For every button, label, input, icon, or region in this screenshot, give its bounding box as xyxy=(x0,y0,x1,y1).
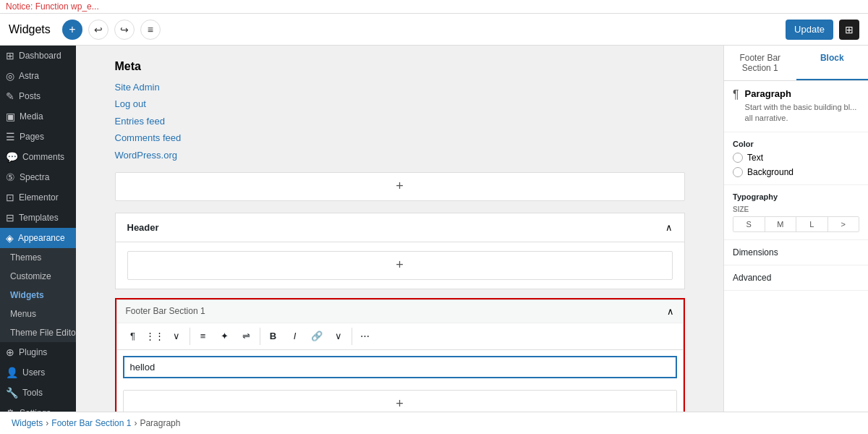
dimensions-label[interactable]: Dimensions xyxy=(733,247,859,258)
view-toggle-button[interactable]: ⊞ xyxy=(839,20,859,40)
size-btn-s[interactable]: S xyxy=(733,217,765,231)
add-block-header[interactable]: + xyxy=(127,251,673,280)
sidebar-item-label: Media xyxy=(20,111,43,122)
header-section-toggle[interactable]: Header ∧ xyxy=(116,213,684,242)
toolbar-divider-2 xyxy=(260,328,260,345)
size-btn-m[interactable]: M xyxy=(765,217,797,231)
sidebar-item-label: Themes xyxy=(10,252,41,263)
meta-links: Site Admin Log out Entries feed Comments… xyxy=(115,79,685,163)
breadcrumb-bar: Widgets › Footer Bar Section 1 › Paragra… xyxy=(0,412,868,434)
sidebar-item-label: Menus xyxy=(10,309,36,319)
block-type-info: ¶ Paragraph Start with the basic buildin… xyxy=(733,88,859,124)
users-icon: 👤 xyxy=(6,367,18,378)
size-label: SIZE xyxy=(733,205,859,213)
paragraph-text-input[interactable]: hellod xyxy=(123,356,677,378)
meta-link-wordpress-org[interactable]: WordPress.org xyxy=(115,147,685,163)
header-section-body: + xyxy=(116,242,684,289)
footer-bar-section-1-header[interactable]: Footer Bar Section 1 ∧ xyxy=(117,300,683,323)
tab-footer-bar-section-1[interactable]: Footer Bar Section 1 xyxy=(724,46,796,80)
meta-link-site-admin[interactable]: Site Admin xyxy=(115,79,685,95)
sidebar: ⊞ Dashboard ◎ Astra ✎ Posts ▣ Media ☰ Pa… xyxy=(0,46,76,412)
sidebar-item-menus[interactable]: Menus xyxy=(0,305,76,323)
toolbar-more-dropdown-btn[interactable]: ∨ xyxy=(328,326,349,346)
sidebar-item-settings[interactable]: ⚙ Settings xyxy=(0,403,76,412)
sidebar-item-label: Widgets xyxy=(10,290,44,300)
toolbar-options-btn[interactable]: ⋯ xyxy=(355,326,375,346)
top-bar: Widgets + ↩ ↪ ≡ Update ⊞ xyxy=(0,14,868,46)
breadcrumb-footer-bar-section-1[interactable]: Footer Bar Section 1 xyxy=(51,418,131,428)
sidebar-item-comments[interactable]: 💬 Comments xyxy=(0,147,76,167)
sidebar-item-media[interactable]: ▣ Media xyxy=(0,106,76,127)
toolbar-link-btn[interactable]: ⇌ xyxy=(237,326,257,346)
sidebar-item-customize[interactable]: Customize xyxy=(0,267,76,286)
sidebar-item-users[interactable]: 👤 Users xyxy=(0,362,76,383)
toolbar-italic-btn[interactable]: I xyxy=(285,326,305,346)
sidebar-item-label: Elementor xyxy=(19,192,59,203)
sidebar-item-label: Posts xyxy=(19,91,41,101)
widget-area: Meta Site Admin Log out Entries feed Com… xyxy=(103,46,697,412)
color-option-background[interactable]: Background xyxy=(733,167,859,177)
sidebar-item-label: Theme File Editor xyxy=(10,328,76,338)
toolbar-link2-btn[interactable]: 🔗 xyxy=(307,326,327,346)
toolbar-align-btn[interactable]: ≡ xyxy=(193,326,213,346)
color-section: Color Text Background xyxy=(724,132,868,185)
sidebar-item-astra[interactable]: ◎ Astra xyxy=(0,66,76,86)
block-type-desc: Start with the basic building bl... all … xyxy=(745,102,859,124)
posts-icon: ✎ xyxy=(6,90,14,102)
block-type-section: ¶ Paragraph Start with the basic buildin… xyxy=(724,81,868,132)
toolbar-paragraph-btn[interactable]: ¶ xyxy=(123,326,143,346)
footer-bar-section-1: Footer Bar Section 1 ∧ ¶ ⋮⋮ ∨ ≡ ✦ ⇌ B xyxy=(116,299,684,412)
sidebar-item-tools[interactable]: 🔧 Tools xyxy=(0,383,76,403)
tab-block[interactable]: Block xyxy=(796,46,869,80)
list-view-button[interactable]: ≡ xyxy=(140,20,161,40)
sidebar-item-theme-file-editor[interactable]: Theme File Editor xyxy=(0,323,76,342)
sidebar-item-label: Appearance xyxy=(18,233,65,243)
sidebar-item-dashboard[interactable]: ⊞ Dashboard xyxy=(0,46,76,66)
main-layout: ⊞ Dashboard ◎ Astra ✎ Posts ▣ Media ☰ Pa… xyxy=(0,46,868,412)
toolbar-drag-btn[interactable]: ⋮⋮ xyxy=(145,326,165,346)
radio-background[interactable] xyxy=(733,167,743,177)
typography-section: Typography SIZE S M L > xyxy=(724,185,868,240)
undo-button[interactable]: ↩ xyxy=(88,20,109,40)
meta-link-entries-feed[interactable]: Entries feed xyxy=(115,113,685,129)
breadcrumb-widgets[interactable]: Widgets xyxy=(12,418,43,428)
toolbar-pencil-btn[interactable]: ✦ xyxy=(215,326,235,346)
sidebar-item-appearance[interactable]: ◈ Appearance xyxy=(0,228,76,248)
color-background-label: Background xyxy=(747,167,793,177)
add-block-button[interactable]: + xyxy=(62,20,82,40)
toolbar-divider-1 xyxy=(190,328,190,345)
pages-icon: ☰ xyxy=(6,131,15,142)
sidebar-item-label: Comments xyxy=(22,152,64,162)
redo-button[interactable]: ↪ xyxy=(114,20,135,40)
block-type-icon: ¶ xyxy=(733,88,739,101)
astra-icon: ◎ xyxy=(6,70,14,82)
sidebar-item-pages[interactable]: ☰ Pages xyxy=(0,127,76,147)
spectra-icon: ⑤ xyxy=(6,171,15,183)
header-collapse-icon: ∧ xyxy=(665,222,673,233)
dashboard-icon: ⊞ xyxy=(6,50,14,61)
toolbar-bold-btn[interactable]: B xyxy=(263,326,284,346)
update-button[interactable]: Update xyxy=(786,20,833,40)
color-option-text[interactable]: Text xyxy=(733,153,859,163)
size-btn-l[interactable]: L xyxy=(796,217,828,231)
advanced-label[interactable]: Advanced xyxy=(733,273,859,283)
sidebar-item-templates[interactable]: ⊟ Templates xyxy=(0,208,76,228)
red-outline-container: Footer Bar Section 1 ∧ ¶ ⋮⋮ ∨ ≡ ✦ ⇌ B xyxy=(115,298,685,412)
meta-link-comments-feed[interactable]: Comments feed xyxy=(115,129,685,146)
sidebar-item-elementor[interactable]: ⊡ Elementor xyxy=(0,187,76,208)
add-block-after-meta[interactable]: + xyxy=(115,172,685,201)
plugins-icon: ⊕ xyxy=(6,346,14,358)
sidebar-item-plugins[interactable]: ⊕ Plugins xyxy=(0,342,76,362)
content-area: Meta Site Admin Log out Entries feed Com… xyxy=(76,46,723,412)
meta-link-log-out[interactable]: Log out xyxy=(115,95,685,112)
sidebar-item-widgets[interactable]: Widgets xyxy=(0,286,76,305)
radio-text[interactable] xyxy=(733,153,743,163)
sidebar-item-label: Tools xyxy=(22,388,43,398)
sidebar-item-posts[interactable]: ✎ Posts xyxy=(0,86,76,106)
toolbar-move-btn[interactable]: ∨ xyxy=(166,326,187,346)
sidebar-item-themes[interactable]: Themes xyxy=(0,248,76,267)
add-block-footer-bar-1[interactable]: + xyxy=(123,390,677,412)
sidebar-item-label: Templates xyxy=(19,213,59,223)
sidebar-item-spectra[interactable]: ⑤ Spectra xyxy=(0,167,76,187)
size-btn-xl[interactable]: > xyxy=(828,217,859,231)
